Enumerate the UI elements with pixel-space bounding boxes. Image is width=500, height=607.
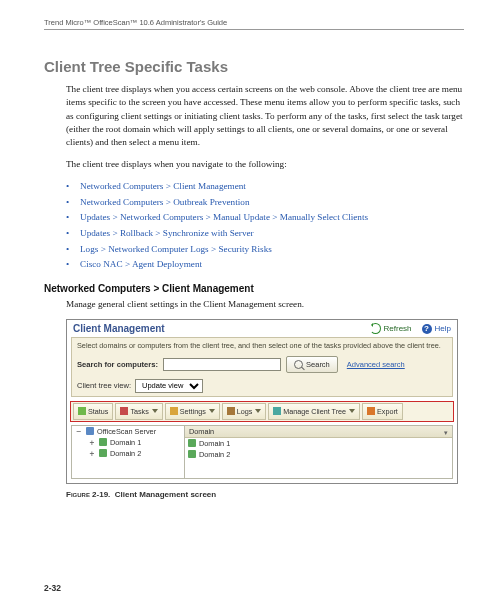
chevron-down-icon xyxy=(209,409,215,413)
help-label: Help xyxy=(435,324,451,333)
export-icon xyxy=(367,407,375,415)
nav-link[interactable]: Networked Computers > Outbreak Preventio… xyxy=(66,195,464,211)
subsection-text: Manage general client settings in the Cl… xyxy=(66,298,464,311)
nav-link[interactable]: Logs > Networked Computer Logs > Securit… xyxy=(66,242,464,258)
figure-caption: Figure 2-19. Client Management screen xyxy=(66,490,464,499)
figure-caption-text: Client Management screen xyxy=(115,490,216,499)
nav-link[interactable]: Updates > Rollback > Synchronize with Se… xyxy=(66,226,464,242)
search-icon xyxy=(294,360,303,369)
domain-node[interactable]: +Domain 2 xyxy=(72,448,184,459)
panel-title: Client Management xyxy=(73,323,165,334)
refresh-link[interactable]: Refresh xyxy=(370,323,412,334)
list-item-label: Domain 1 xyxy=(199,439,230,448)
manage-tree-button[interactable]: Manage Client Tree xyxy=(268,403,360,420)
domain-icon xyxy=(188,450,196,458)
nav-link-list: Networked Computers > Client Management … xyxy=(66,179,464,273)
nav-link[interactable]: Updates > Networked Computers > Manual U… xyxy=(66,210,464,226)
root-node-label: OfficeScan Server xyxy=(97,427,156,436)
list-item-label: Domain 2 xyxy=(199,450,230,459)
lead-in-paragraph: The client tree displays when you naviga… xyxy=(66,158,464,171)
nav-link[interactable]: Networked Computers > Client Management xyxy=(66,179,464,195)
help-link[interactable]: ? Help xyxy=(422,324,451,334)
chevron-down-icon xyxy=(152,409,158,413)
refresh-icon xyxy=(370,323,381,334)
logs-icon xyxy=(227,407,235,415)
help-icon: ? xyxy=(422,324,432,334)
refresh-label: Refresh xyxy=(384,324,412,333)
settings-icon xyxy=(170,407,178,415)
domain-icon xyxy=(99,449,107,457)
domain-icon xyxy=(188,439,196,447)
action-toolbar: Status Tasks Settings Logs Manage Client… xyxy=(70,401,454,422)
detail-pane: Domain▾ Domain 1 Domain 2 xyxy=(184,425,453,479)
tasks-label: Tasks xyxy=(130,407,148,416)
column-header-label: Domain xyxy=(189,427,214,436)
tasks-button[interactable]: Tasks xyxy=(115,403,162,420)
settings-button[interactable]: Settings xyxy=(165,403,220,420)
root-node[interactable]: −OfficeScan Server xyxy=(72,426,184,437)
tree-icon xyxy=(273,407,281,415)
list-item[interactable]: Domain 1 xyxy=(185,438,452,449)
page-number: 2-32 xyxy=(44,583,61,593)
expand-icon[interactable]: + xyxy=(88,449,96,458)
status-button[interactable]: Status xyxy=(73,403,113,420)
status-icon xyxy=(78,407,86,415)
logs-button[interactable]: Logs xyxy=(222,403,267,420)
tree-view-select[interactable]: Update view xyxy=(135,379,203,393)
instruction-text: Select domains or computers from the cli… xyxy=(77,341,447,350)
manage-tree-label: Manage Client Tree xyxy=(283,407,346,416)
expand-icon[interactable]: + xyxy=(88,438,96,447)
domain-node[interactable]: +Domain 1 xyxy=(72,437,184,448)
section-title: Client Tree Specific Tasks xyxy=(44,58,464,75)
collapse-icon[interactable]: − xyxy=(75,427,83,436)
domain-node-label: Domain 1 xyxy=(110,438,141,447)
domain-icon xyxy=(99,438,107,446)
search-input[interactable] xyxy=(163,358,281,371)
chevron-down-icon xyxy=(255,409,261,413)
server-tree-pane: −OfficeScan Server +Domain 1 +Domain 2 xyxy=(71,425,184,479)
tree-view-label: Client tree view: xyxy=(77,381,131,390)
search-button[interactable]: Search xyxy=(286,356,338,373)
advanced-search-link[interactable]: Advanced search xyxy=(347,360,405,369)
domain-node-label: Domain 2 xyxy=(110,449,141,458)
logs-label: Logs xyxy=(237,407,253,416)
search-label: Search for computers: xyxy=(77,360,158,369)
server-icon xyxy=(86,427,94,435)
intro-paragraph: The client tree displays when you access… xyxy=(66,83,464,150)
chevron-down-icon xyxy=(349,409,355,413)
list-item[interactable]: Domain 2 xyxy=(185,449,452,460)
sort-icon: ▾ xyxy=(444,429,448,437)
search-button-label: Search xyxy=(306,360,330,369)
export-button[interactable]: Export xyxy=(362,403,403,420)
nav-link[interactable]: Cisco NAC > Agent Deployment xyxy=(66,257,464,273)
settings-label: Settings xyxy=(180,407,206,416)
tasks-icon xyxy=(120,407,128,415)
subsection-heading: Networked Computers > Client Management xyxy=(44,283,464,294)
status-label: Status xyxy=(88,407,108,416)
client-management-figure: Client Management Refresh ? Help Select … xyxy=(66,319,458,483)
running-header: Trend Micro™ OfficeScan™ 10.6 Administra… xyxy=(44,18,464,30)
figure-number: Figure 2-19. xyxy=(66,490,110,499)
column-header[interactable]: Domain▾ xyxy=(185,426,452,438)
export-label: Export xyxy=(377,407,398,416)
